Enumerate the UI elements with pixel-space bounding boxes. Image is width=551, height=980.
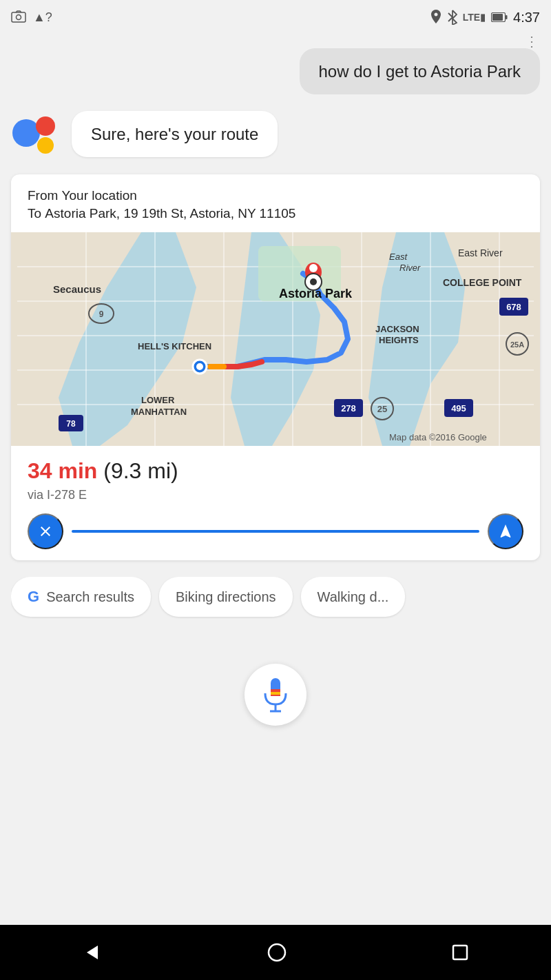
walking-directions-label: Walking d... xyxy=(318,589,389,605)
svg-text:25A: 25A xyxy=(510,340,524,349)
route-via: via I-278 E xyxy=(28,488,523,502)
microphone-button[interactable] xyxy=(245,664,306,726)
location-icon xyxy=(430,10,442,25)
user-message-bubble: how do I get to Astoria Park xyxy=(300,48,541,94)
map-container[interactable]: 278 25 495 9 678 25A 78 Se xyxy=(11,232,540,446)
recents-button[interactable] xyxy=(452,944,468,961)
svg-point-60 xyxy=(269,944,285,961)
svg-point-50 xyxy=(196,363,203,370)
biking-directions-label: Biking directions xyxy=(176,589,276,605)
google-g-icon: G xyxy=(28,588,39,606)
chips-row: G Search results Biking directions Walki… xyxy=(11,577,540,636)
biking-directions-chip[interactable]: Biking directions xyxy=(159,577,293,617)
svg-text:Secaucus: Secaucus xyxy=(53,283,101,295)
svg-text:East River: East River xyxy=(458,247,503,258)
route-slider[interactable] xyxy=(72,530,479,533)
svg-text:LOWER: LOWER xyxy=(141,395,175,405)
home-button[interactable] xyxy=(267,943,287,962)
map-svg: 278 25 495 9 678 25A 78 Se xyxy=(11,232,540,446)
svg-text:JACKSON: JACKSON xyxy=(375,324,419,334)
user-message-row: ⋮ how do I get to Astoria Park xyxy=(11,48,540,94)
svg-text:78: 78 xyxy=(66,419,76,429)
assistant-row: Sure, here's your route xyxy=(11,111,540,161)
svg-rect-0 xyxy=(12,12,25,22)
back-button[interactable] xyxy=(83,943,102,962)
search-results-chip[interactable]: G Search results xyxy=(11,577,151,617)
route-to: To Astoria Park, 19 19th St, Astoria, NY… xyxy=(28,206,523,221)
more-options-icon[interactable]: ⋮ xyxy=(525,33,540,50)
svg-text:COLLEGE POINT: COLLEGE POINT xyxy=(443,277,522,288)
svg-rect-56 xyxy=(271,692,280,695)
recents-icon xyxy=(452,944,468,961)
route-from: From Your location xyxy=(28,188,523,203)
chat-area: ⋮ how do I get to Astoria Park Sure, her… xyxy=(0,34,551,753)
route-navigate-button[interactable] xyxy=(488,513,523,549)
status-right-icons: LTE▮ 4:37 xyxy=(430,10,540,25)
svg-text:278: 278 xyxy=(341,403,356,414)
google-assistant-logo xyxy=(11,111,61,161)
svg-text:HELL'S KITCHEN: HELL'S KITCHEN xyxy=(138,341,211,351)
svg-text:25: 25 xyxy=(377,404,387,414)
svg-text:678: 678 xyxy=(506,302,521,312)
svg-rect-61 xyxy=(453,946,467,959)
route-info: 34 min (9.3 mi) via I-278 E xyxy=(11,446,540,560)
svg-text:East: East xyxy=(389,252,408,262)
svg-rect-4 xyxy=(506,15,508,19)
navigation-bar xyxy=(0,925,551,980)
assistant-message-bubble: Sure, here's your route xyxy=(72,111,278,157)
route-distance: (9.3 mi) xyxy=(103,458,178,483)
route-header: From Your location To Astoria Park, 19 1… xyxy=(11,174,540,232)
status-time: 4:37 xyxy=(513,10,540,25)
svg-text:Map data ©2016 Google: Map data ©2016 Google xyxy=(389,432,487,442)
svg-text:MANHATTAN: MANHATTAN xyxy=(131,407,187,417)
svg-rect-3 xyxy=(492,14,503,21)
microphone-icon xyxy=(261,677,290,713)
svg-point-7 xyxy=(37,137,54,154)
svg-text:HEIGHTS: HEIGHTS xyxy=(379,335,419,345)
svg-point-52 xyxy=(310,278,317,285)
svg-text:River: River xyxy=(399,263,421,273)
svg-text:9: 9 xyxy=(99,309,104,319)
svg-marker-59 xyxy=(87,946,98,959)
home-icon xyxy=(267,943,287,962)
back-icon xyxy=(83,943,102,962)
status-left-icons: ▲? xyxy=(11,10,52,25)
walking-directions-chip[interactable]: Walking d... xyxy=(301,577,406,617)
mic-area xyxy=(11,636,540,753)
photo-icon xyxy=(11,10,26,24)
route-time-value: 34 min xyxy=(28,458,97,483)
svg-point-48 xyxy=(309,264,318,272)
svg-point-1 xyxy=(17,15,21,20)
battery-icon xyxy=(491,12,508,22)
search-results-label: Search results xyxy=(46,589,134,605)
svg-text:495: 495 xyxy=(451,403,466,414)
bluetooth-icon xyxy=(448,10,457,25)
route-card: From Your location To Astoria Park, 19 1… xyxy=(11,174,540,560)
svg-point-5 xyxy=(12,119,40,147)
status-bar: ▲? LTE▮ 4:37 xyxy=(0,0,551,34)
route-close-button[interactable] xyxy=(28,513,63,549)
svg-point-6 xyxy=(36,116,55,136)
route-time: 34 min (9.3 mi) xyxy=(28,458,523,484)
lte-icon: LTE▮ xyxy=(463,12,486,23)
wifi-icon: ▲? xyxy=(33,10,52,25)
route-controls xyxy=(28,513,523,549)
